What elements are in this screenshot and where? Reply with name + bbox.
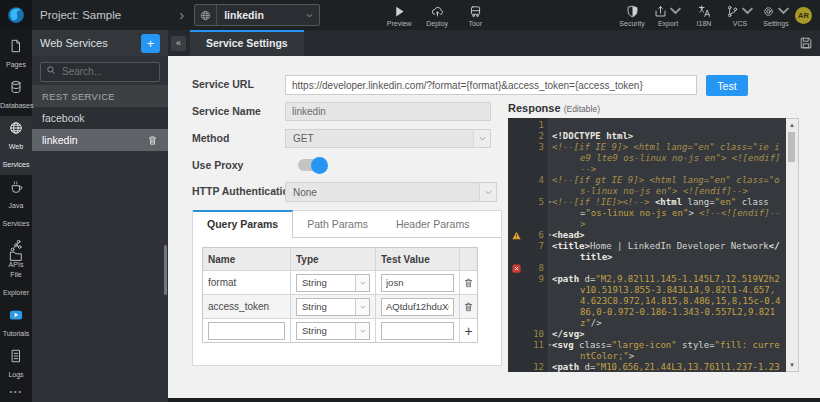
service-settings-content: Service URL Test Service Name Method GET…: [168, 56, 820, 402]
code-line: 2 <!DOCTYPE html>: [508, 131, 786, 142]
pages-icon: [0, 39, 32, 53]
line-number: 11▾: [524, 340, 544, 362]
test-button[interactable]: Test: [706, 75, 748, 96]
param-test-value-input[interactable]: [381, 322, 454, 340]
table-header: Name Type Test Value: [203, 248, 477, 270]
line-number: 2: [524, 131, 544, 142]
avatar[interactable]: AR: [795, 7, 812, 24]
tab-header-params[interactable]: Header Params: [382, 211, 484, 237]
tab-service-settings[interactable]: Service Settings: [190, 30, 304, 56]
code-line: 10 </svg>: [508, 329, 786, 340]
preview-button[interactable]: Preview: [384, 4, 414, 27]
tour-button[interactable]: Tour: [460, 4, 490, 27]
vcs-icon: [726, 5, 739, 18]
fold-toggle-icon[interactable]: ▾: [548, 340, 552, 351]
params-panel: Query ParamsPath ParamsHeader Params Nam…: [192, 210, 502, 366]
tab-query-params[interactable]: Query Params: [193, 210, 293, 238]
settings-icon: [762, 5, 775, 18]
sidebar-item-pages[interactable]: Pages: [0, 34, 32, 75]
sidebar-item-web-services[interactable]: Web Services: [0, 116, 32, 175]
service-item-linkedin[interactable]: linkedin: [32, 129, 168, 151]
method-label: Method: [192, 132, 229, 144]
param-name-input[interactable]: [208, 322, 285, 340]
line-number: 5▾: [524, 197, 544, 230]
java-services-icon: [0, 180, 32, 194]
chevron-down-icon: [355, 323, 369, 339]
collapse-sidebar-button[interactable]: «: [171, 36, 186, 51]
code-line: 4 <!--[if gt IE 9]> <html lang="en" clas…: [508, 175, 786, 197]
web-services-icon: [0, 121, 32, 135]
sidebar-item-tutorials[interactable]: Tutorials: [0, 303, 32, 344]
http-authentication-label: HTTP Authentication: [192, 185, 295, 197]
deploy-button[interactable]: Deploy: [422, 4, 452, 27]
table-row: String +: [203, 318, 477, 342]
service-list: facebook linkedin: [32, 107, 168, 151]
code-line: 7 <title>Home | LinkedIn Developer Netwo…: [508, 241, 786, 263]
fold-toggle-icon[interactable]: ▾: [548, 230, 552, 241]
service-item-facebook[interactable]: facebook: [32, 107, 168, 129]
sidebar-item-file-explorer[interactable]: File Explorer: [0, 244, 32, 303]
service-url-input[interactable]: [285, 75, 697, 95]
code-line: 1: [508, 120, 786, 131]
delete-param-button[interactable]: [463, 277, 474, 289]
code-line: 6▾ <head>: [508, 230, 786, 241]
http-authentication-select[interactable]: None: [285, 182, 497, 202]
footer-strip: [168, 398, 820, 402]
error-icon: [512, 264, 521, 274]
sidebar-scrollbar[interactable]: [164, 245, 167, 295]
topbar-right-actions: Security Export I18N VCS Settings: [617, 4, 791, 27]
method-select[interactable]: GET: [285, 129, 491, 148]
i18n-button[interactable]: I18N: [689, 4, 719, 27]
param-test-value-input[interactable]: [381, 298, 454, 316]
sidebar-header: Web Services +: [32, 30, 168, 56]
security-icon: [626, 5, 639, 18]
globe-icon: [195, 5, 217, 25]
editor-tabbar: « Service Settings: [168, 30, 820, 56]
param-test-value-input[interactable]: [381, 274, 454, 292]
app-logo[interactable]: [0, 0, 32, 30]
scroll-down-icon[interactable]: ▼: [786, 361, 798, 369]
add-service-button[interactable]: +: [141, 34, 160, 53]
scroll-up-icon[interactable]: ▲: [786, 121, 798, 129]
use-proxy-toggle[interactable]: [298, 159, 326, 171]
rest-service-section-label: REST SERVICE: [32, 85, 168, 107]
trash-icon[interactable]: [147, 135, 158, 146]
deploy-icon: [431, 5, 444, 18]
fold-toggle-icon[interactable]: ▾: [548, 197, 552, 208]
response-label: Response (Editable): [508, 102, 600, 114]
databases-icon: [0, 80, 32, 94]
add-param-button[interactable]: +: [464, 324, 472, 338]
security-button[interactable]: Security: [617, 4, 647, 27]
line-number: 6▾: [524, 230, 544, 241]
line-number: 8: [524, 263, 544, 274]
activity-bar: Pages Databases Web Services Java Servic…: [0, 30, 32, 402]
service-selector-dropdown[interactable]: linkedin: [194, 4, 320, 26]
param-name: format: [208, 277, 236, 288]
editor-scrollbar[interactable]: ▲ ▼: [786, 118, 799, 372]
param-type-select[interactable]: String: [296, 274, 370, 292]
vcs-button[interactable]: VCS: [725, 4, 755, 27]
sidebar-item-databases[interactable]: Databases: [0, 75, 32, 116]
service-name-input[interactable]: [285, 102, 491, 121]
code-editor-area[interactable]: 1 2 <!DOCTYPE html> 3 <!--[if IE 9]> <ht…: [508, 118, 786, 372]
wavemaker-logo-icon: [7, 6, 25, 24]
tab-path-params[interactable]: Path Params: [293, 211, 382, 237]
export-button[interactable]: Export: [653, 4, 683, 27]
warning-icon: [512, 231, 521, 241]
activity-overflow-button[interactable]: •••: [0, 387, 32, 396]
sidebar-item-logs[interactable]: Logs: [0, 344, 32, 385]
chevron-down-icon: [479, 183, 496, 201]
response-editor: 1 2 <!DOCTYPE html> 3 <!--[if IE 9]> <ht…: [508, 118, 799, 372]
scrollbar-thumb[interactable]: [788, 132, 795, 162]
search-input[interactable]: [40, 62, 160, 82]
delete-param-button[interactable]: [463, 301, 474, 313]
param-type-select[interactable]: String: [296, 322, 370, 340]
sidebar-item-java-services[interactable]: Java Services: [0, 175, 32, 234]
param-type-select[interactable]: String: [296, 298, 370, 316]
line-number: 12: [524, 362, 544, 372]
params-tabs: Query ParamsPath ParamsHeader Params: [193, 211, 501, 238]
settings-button[interactable]: Settings: [761, 4, 791, 27]
services-sidebar: Web Services + REST SERVICE facebook lin…: [32, 30, 168, 402]
tutorials-icon: [0, 308, 32, 322]
save-icon[interactable]: [799, 36, 813, 50]
